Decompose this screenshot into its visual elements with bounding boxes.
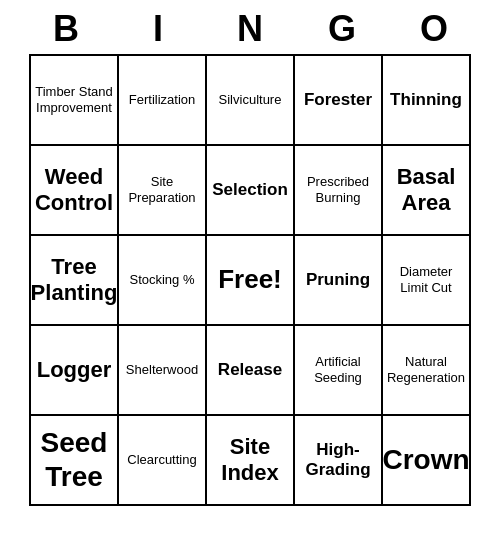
cell-text: Diameter Limit Cut — [387, 264, 465, 295]
bingo-cell[interactable]: Pruning — [295, 236, 383, 326]
cell-text: Site Index — [211, 434, 289, 487]
cell-text: Tree Planting — [31, 254, 118, 307]
bingo-cell[interactable]: Crown — [383, 416, 471, 506]
header-letter: G — [301, 8, 383, 50]
bingo-cell[interactable]: High-Grading — [295, 416, 383, 506]
cell-text: Basal Area — [387, 164, 465, 217]
cell-text: Free! — [218, 264, 282, 295]
cell-text: Natural Regeneration — [387, 354, 465, 385]
bingo-cell[interactable]: Shelterwood — [119, 326, 207, 416]
bingo-cell[interactable]: Stocking % — [119, 236, 207, 326]
cell-text: Selection — [212, 180, 288, 200]
bingo-cell[interactable]: Fertilization — [119, 56, 207, 146]
bingo-cell[interactable]: Free! — [207, 236, 295, 326]
cell-text: Crown — [382, 443, 469, 477]
bingo-cell[interactable]: Tree Planting — [31, 236, 119, 326]
bingo-cell[interactable]: Release — [207, 326, 295, 416]
bingo-cell[interactable]: Thinning — [383, 56, 471, 146]
bingo-cell[interactable]: Artificial Seeding — [295, 326, 383, 416]
bingo-cell[interactable]: Site Index — [207, 416, 295, 506]
bingo-grid: Timber Stand ImprovementFertilizationSil… — [29, 54, 471, 506]
cell-text: Timber Stand Improvement — [35, 84, 113, 115]
bingo-cell[interactable]: Timber Stand Improvement — [31, 56, 119, 146]
header-letter: I — [117, 8, 199, 50]
cell-text: Weed Control — [35, 164, 113, 217]
cell-text: Prescribed Burning — [299, 174, 377, 205]
cell-text: Seed Tree — [35, 426, 113, 493]
bingo-cell[interactable]: Natural Regeneration — [383, 326, 471, 416]
cell-text: Thinning — [390, 90, 462, 110]
cell-text: Logger — [37, 357, 112, 383]
header-letter: N — [209, 8, 291, 50]
cell-text: Artificial Seeding — [299, 354, 377, 385]
cell-text: Stocking % — [129, 272, 194, 288]
bingo-cell[interactable]: Silviculture — [207, 56, 295, 146]
cell-text: Shelterwood — [126, 362, 198, 378]
bingo-cell[interactable]: Basal Area — [383, 146, 471, 236]
bingo-cell[interactable]: Selection — [207, 146, 295, 236]
cell-text: Clearcutting — [127, 452, 196, 468]
bingo-cell[interactable]: Site Preparation — [119, 146, 207, 236]
bingo-cell[interactable]: Weed Control — [31, 146, 119, 236]
header-letter: B — [25, 8, 107, 50]
header-letter: O — [393, 8, 475, 50]
cell-text: High-Grading — [299, 440, 377, 481]
cell-text: Pruning — [306, 270, 370, 290]
bingo-cell[interactable]: Seed Tree — [31, 416, 119, 506]
cell-text: Site Preparation — [123, 174, 201, 205]
bingo-cell[interactable]: Logger — [31, 326, 119, 416]
bingo-cell[interactable]: Prescribed Burning — [295, 146, 383, 236]
cell-text: Fertilization — [129, 92, 195, 108]
bingo-cell[interactable]: Clearcutting — [119, 416, 207, 506]
cell-text: Release — [218, 360, 282, 380]
bingo-cell[interactable]: Forester — [295, 56, 383, 146]
cell-text: Forester — [304, 90, 372, 110]
bingo-cell[interactable]: Diameter Limit Cut — [383, 236, 471, 326]
cell-text: Silviculture — [219, 92, 282, 108]
bingo-header: BINGO — [20, 0, 480, 54]
